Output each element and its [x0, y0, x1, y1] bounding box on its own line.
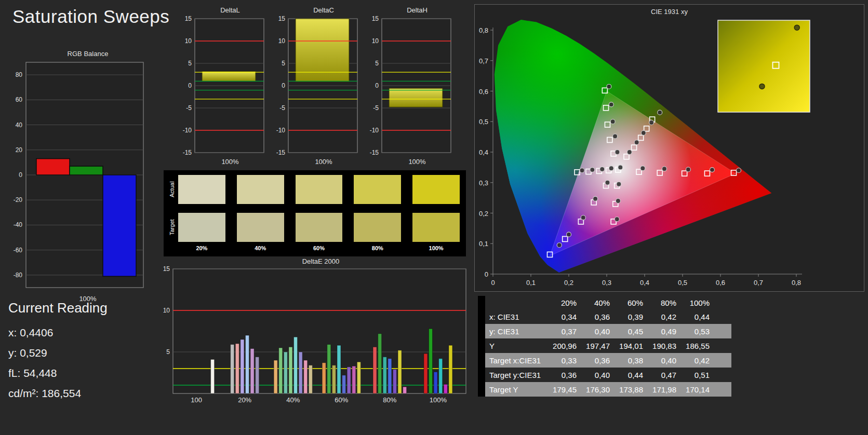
table-cell: 0,33 — [547, 353, 581, 368]
inset-measurement-marker — [759, 84, 765, 89]
measurement-marker — [590, 168, 595, 172]
measurement-marker — [641, 130, 646, 135]
table-cell: 176,30 — [581, 382, 614, 397]
svg-text:-15: -15 — [370, 149, 379, 156]
table-cell: 0,40 — [647, 353, 680, 368]
svg-text:-10: -10 — [370, 127, 379, 134]
deltaH-bar — [389, 88, 443, 107]
svg-text:-60: -60 — [14, 247, 23, 254]
svg-text:0,7: 0,7 — [754, 279, 763, 287]
deltae-bar — [289, 347, 292, 393]
measurement-marker — [649, 120, 654, 125]
table-corner — [485, 296, 547, 309]
svg-text:-20: -20 — [14, 196, 23, 203]
measurement-table: 20%40%60%80%100%x: CIE310,340,360,390,42… — [485, 296, 731, 397]
measurement-marker — [609, 102, 613, 107]
table-cell: 0,47 — [647, 368, 680, 382]
svg-text:0,1: 0,1 — [526, 279, 536, 287]
delta-h-x-label: 100% — [363, 158, 452, 166]
measurement-marker — [567, 232, 571, 237]
table-cell: 0,40 — [581, 368, 614, 382]
measurement-marker — [618, 165, 623, 170]
deltae-bar — [309, 365, 312, 393]
measurement-marker — [616, 199, 620, 203]
color-swatch — [178, 213, 225, 242]
color-swatch — [296, 213, 343, 242]
svg-text:15: 15 — [185, 15, 192, 22]
delta-e-2000-title: DeltaE 2000 — [160, 257, 469, 266]
swatch-col-label: 100% — [412, 245, 460, 251]
deltae-bar — [357, 362, 360, 393]
delta-h-plot: 151050-5-10-15 — [363, 15, 452, 156]
swatch-row-label-actual: Actual — [166, 175, 178, 204]
table-row-label: Target x:CIE31 — [485, 353, 547, 368]
measurement-marker — [580, 168, 584, 173]
rgb-bar-green — [70, 166, 103, 175]
measurement-marker — [737, 168, 741, 173]
table-row: Target y:CIE310,360,400,440,470,51 — [485, 368, 731, 382]
svg-text:-5: -5 — [186, 104, 192, 112]
measurement-marker — [662, 167, 666, 171]
deltae-bar — [434, 372, 437, 393]
page-title: Saturation Sweeps — [12, 6, 169, 27]
delta-c-title: DeltaC — [270, 6, 359, 15]
measurement-marker — [557, 243, 562, 248]
svg-text:0,3: 0,3 — [602, 279, 611, 287]
svg-text:40: 40 — [16, 121, 23, 129]
delta-l-chart: DeltaL 151050-5-10-15 100% — [176, 6, 265, 166]
delta-c-x-label: 100% — [270, 158, 359, 166]
svg-text:-15: -15 — [183, 149, 192, 156]
measurement-marker — [593, 196, 598, 201]
table-cell: 173,88 — [614, 382, 647, 397]
color-swatch — [237, 175, 284, 204]
deltae-bar — [250, 349, 254, 393]
svg-text:0,8: 0,8 — [792, 279, 801, 287]
table-row-label: x: CIE31 — [485, 309, 547, 324]
svg-text:0,8: 0,8 — [479, 26, 488, 34]
swatch-col-label: 80% — [354, 245, 401, 251]
table-cell: 0,36 — [581, 353, 614, 368]
deltae-bar — [256, 357, 259, 393]
delta-l-title: DeltaL — [176, 6, 265, 15]
svg-text:15: 15 — [278, 15, 286, 22]
deltae-bar — [245, 335, 249, 393]
cie-1931-title: CIE 1931 xy — [475, 8, 864, 16]
deltae-bar — [352, 366, 356, 393]
rgb-bar-blue — [103, 175, 136, 276]
reading-line: cd/m²: 186,554 — [8, 383, 108, 403]
table-col-header: 40% — [581, 296, 614, 309]
target-swatch-row — [178, 213, 460, 242]
table-cell: 0,39 — [614, 309, 647, 324]
table-cell: 0,40 — [581, 324, 614, 338]
svg-text:15: 15 — [372, 15, 379, 22]
svg-text:10: 10 — [372, 37, 379, 45]
delta-l-plot: 151050-5-10-15 — [176, 15, 265, 156]
reading-line: x: 0,4406 — [8, 322, 108, 343]
table-row-label: Target y:CIE31 — [485, 368, 547, 382]
svg-text:10: 10 — [278, 37, 286, 45]
rgb-balance-plot: 806040200-20-40-60-80 — [4, 58, 150, 293]
table-row-label: Target Y — [485, 382, 547, 397]
deltae-bar — [383, 357, 386, 393]
color-swatch — [412, 175, 460, 204]
svg-text:80: 80 — [16, 71, 23, 78]
measurement-marker — [686, 167, 690, 172]
svg-text:0: 0 — [485, 270, 488, 278]
table-cell: 186,55 — [680, 338, 714, 353]
table-cell: 0,49 — [647, 324, 680, 338]
swatch-label-gutter — [166, 245, 178, 251]
measurement-marker — [617, 182, 621, 186]
svg-text:-15: -15 — [276, 149, 286, 156]
svg-text:0: 0 — [491, 279, 495, 287]
svg-text:0: 0 — [188, 82, 192, 89]
deltae-bar — [393, 370, 396, 393]
table-row: Target Y179,45176,30173,88171,98170,14 — [485, 382, 731, 397]
table-col-header: 20% — [547, 296, 581, 309]
measurement-marker — [613, 134, 618, 139]
svg-text:-10: -10 — [183, 127, 192, 134]
swatch-col-label: 40% — [237, 245, 284, 251]
deltae-bar — [327, 345, 331, 393]
measurement-marker — [640, 166, 645, 171]
table-cell: 200,96 — [547, 338, 581, 353]
swatch-col-labels: 20%40%60%80%100% — [178, 245, 460, 251]
